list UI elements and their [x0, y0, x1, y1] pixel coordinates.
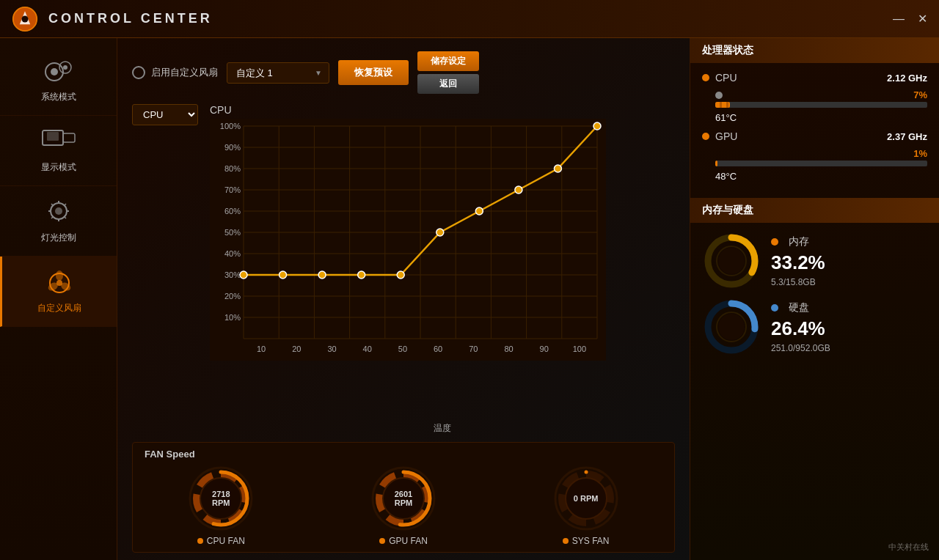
- sidebar-item-display-mode[interactable]: 显示模式: [0, 116, 117, 186]
- chart-container: CPU 温度: [210, 104, 675, 435]
- memory-dot: [771, 238, 778, 246]
- disk-row: 硬盘 26.4% 251.0/952.0GB: [702, 298, 927, 356]
- memory-info: 内存 33.2% 5.3/15.8GB: [771, 235, 825, 287]
- sys-fan-ring: 0 RPM: [553, 465, 619, 531]
- svg-point-11: [55, 207, 62, 215]
- chart-title: CPU: [210, 104, 675, 116]
- cpu-freq: 2.12 GHz: [887, 73, 927, 84]
- save-button[interactable]: 储存设定: [417, 51, 479, 71]
- svg-point-4: [51, 68, 58, 75]
- memory-disk-header: 内存与硬盘: [690, 198, 939, 223]
- sidebar-item-light-control[interactable]: 灯光控制: [0, 186, 117, 257]
- fan-gauge-cpu-fan: 2718 RPM CPU FAN: [188, 465, 254, 546]
- cpu-dot: [702, 74, 709, 81]
- sys-fan-label: SYS FAN: [563, 536, 610, 546]
- disk-percent: 26.4%: [771, 317, 830, 340]
- disk-label: 硬盘: [789, 301, 809, 314]
- cpu-usage-dot: [715, 92, 723, 99]
- chart-section: CPU GPU CPU 温度: [132, 104, 675, 435]
- svg-point-6: [63, 65, 67, 70]
- disk-label-row: 硬盘: [771, 301, 830, 314]
- sidebar-label-display-mode: 显示模式: [41, 161, 76, 174]
- svg-line-19: [51, 216, 54, 218]
- svg-point-2: [22, 15, 29, 22]
- svg-line-17: [64, 216, 66, 218]
- fan-speed-title: FAN Speed: [145, 449, 662, 460]
- processor-status-content: CPU 2.12 GHz 7% 61°C GPU 2.37 GHz 1%: [690, 63, 939, 198]
- cpu-stat-row: CPU 2.12 GHz: [702, 72, 927, 84]
- cpu-bar-fill: [715, 102, 730, 108]
- display-mode-icon: [40, 128, 78, 157]
- cpu-usage-row: 7%: [715, 89, 927, 100]
- sidebar-item-system-mode[interactable]: 系统模式: [0, 45, 117, 116]
- sys-fan-rpm: 0 RPM: [574, 494, 599, 503]
- top-controls: 启用自定义风扇 自定义 1 自定义 2 自定义 3 ▼ 恢复预设 储存设定 返回: [132, 51, 675, 94]
- gpu-label: GPU: [715, 130, 887, 142]
- right-panel: 处理器状态 CPU 2.12 GHz 7% 61°C GPU: [690, 38, 939, 560]
- cpu-fan-label: CPU FAN: [197, 536, 245, 546]
- cpu-fan-ring: 2718 RPM: [188, 465, 254, 531]
- return-button[interactable]: 返回: [417, 74, 479, 94]
- system-mode-icon: [40, 57, 78, 86]
- gpu-bar-bg: [715, 161, 927, 166]
- gpu-dot: [702, 133, 709, 140]
- light-control-icon: [40, 198, 78, 227]
- source-select[interactable]: CPU GPU: [132, 104, 198, 125]
- chart-x-label: 温度: [210, 422, 675, 435]
- svg-line-16: [51, 204, 54, 206]
- memory-detail: 5.3/15.8GB: [771, 277, 825, 287]
- sidebar-label-light-control: 灯光控制: [41, 232, 76, 244]
- sidebar-label-custom-fan: 自定义风扇: [37, 302, 81, 314]
- cpu-label: CPU: [715, 72, 887, 84]
- fan-gauges: 2718 RPM CPU FAN: [145, 465, 662, 546]
- titlebar: CONTROL CENTER — ✕: [0, 0, 939, 38]
- cpu-fan-rpm: 2718 RPM: [205, 490, 238, 507]
- gpu-usage-pct: 1%: [913, 148, 927, 159]
- sidebar: 系统模式 显示模式: [0, 38, 117, 560]
- watermark: 中关村在线: [888, 542, 929, 553]
- fan-gauge-gpu-fan: 2601 RPM GPU FAN: [370, 465, 436, 546]
- processor-status-header: 处理器状态: [690, 38, 939, 63]
- sidebar-item-custom-fan[interactable]: 自定义风扇: [0, 257, 117, 327]
- chart-left: CPU GPU: [132, 104, 198, 435]
- disk-detail: 251.0/952.0GB: [771, 343, 830, 353]
- minimize-button[interactable]: —: [893, 12, 905, 26]
- svg-point-22: [56, 270, 63, 281]
- main-layout: 系统模式 显示模式: [0, 38, 939, 560]
- enable-fan-radio[interactable]: [132, 66, 145, 79]
- gpu-stat-row: GPU 2.37 GHz: [702, 130, 927, 142]
- disk-mem-section: 内存 33.2% 5.3/15.8GB 硬盘 26.4% 251.0: [690, 223, 939, 365]
- svg-rect-9: [63, 133, 75, 142]
- app-title: CONTROL CENTER: [48, 11, 213, 26]
- cpu-temp: 61°C: [715, 112, 927, 123]
- memory-label: 内存: [789, 235, 809, 248]
- gpu-fan-label: GPU FAN: [379, 536, 428, 546]
- memory-row: 内存 33.2% 5.3/15.8GB: [702, 232, 927, 290]
- svg-line-18: [64, 204, 66, 206]
- chart-wrap[interactable]: [210, 119, 675, 419]
- restore-button[interactable]: 恢复预设: [338, 60, 409, 85]
- memory-donut: [702, 232, 761, 290]
- gpu-freq: 2.37 GHz: [887, 131, 927, 142]
- cpu-bar-bg: [715, 102, 927, 108]
- window-controls: — ✕: [893, 12, 927, 26]
- custom-fan-icon: [40, 268, 78, 298]
- gpu-temp: 48°C: [715, 171, 927, 182]
- fan-gauge-sys-fan: 0 RPM SYS FAN: [553, 465, 619, 546]
- save-return-group: 储存设定 返回: [417, 51, 479, 94]
- fan-speed-section: FAN Speed: [132, 442, 675, 553]
- gpu-fan-rpm: 2601 RPM: [387, 490, 420, 507]
- enable-fan-row: 启用自定义风扇: [132, 66, 218, 79]
- gpu-bar-fill: [715, 161, 717, 166]
- cpu-progress: [715, 102, 927, 108]
- profile-select-wrapper: 自定义 1 自定义 2 自定义 3 ▼: [227, 62, 329, 84]
- profile-select[interactable]: 自定义 1 自定义 2 自定义 3: [227, 62, 329, 84]
- memory-percent: 33.2%: [771, 251, 825, 274]
- memory-label-row: 内存: [771, 235, 825, 248]
- content-area: 启用自定义风扇 自定义 1 自定义 2 自定义 3 ▼ 恢复预设 储存设定 返回…: [117, 38, 690, 560]
- svg-rect-8: [47, 132, 59, 141]
- sidebar-label-system-mode: 系统模式: [41, 91, 76, 103]
- cpu-usage-pct: 7%: [913, 89, 927, 100]
- gpu-fan-ring: 2601 RPM: [370, 465, 436, 531]
- close-button[interactable]: ✕: [918, 12, 927, 26]
